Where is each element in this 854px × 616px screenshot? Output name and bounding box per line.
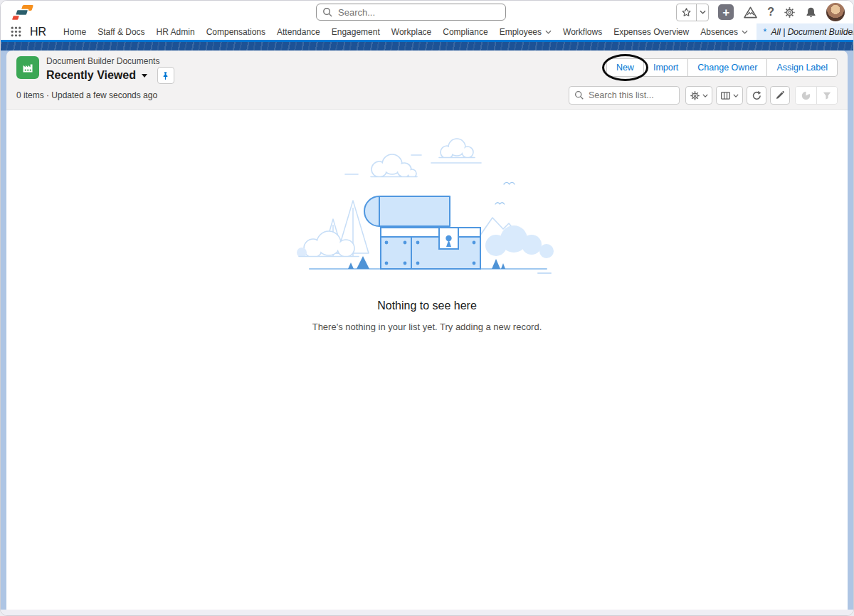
tab-label: Engagement bbox=[332, 27, 380, 37]
inline-edit-pencil-button[interactable] bbox=[770, 86, 790, 105]
list-view-caret-icon[interactable] bbox=[142, 74, 147, 78]
app-window: + ? bbox=[0, 0, 854, 616]
filter-icon-disabled bbox=[816, 87, 837, 104]
list-search bbox=[569, 86, 680, 105]
favorites-chevron-icon[interactable] bbox=[696, 4, 708, 21]
nav-tab-attendance[interactable]: Attendance bbox=[273, 23, 324, 40]
favorites-star-icon[interactable] bbox=[677, 4, 696, 21]
chevron-down-icon[interactable] bbox=[742, 30, 748, 34]
nav-tab-compliance[interactable]: Compliance bbox=[439, 23, 491, 40]
nav-tab-hr-admin[interactable]: HR Admin bbox=[153, 23, 199, 40]
header-actions: + ? bbox=[676, 3, 845, 21]
tab-label: Workplace bbox=[391, 27, 431, 37]
list-view-controls-gear-button[interactable] bbox=[685, 86, 712, 105]
tab-label: Staff & Docs bbox=[97, 27, 144, 37]
navigation-bar: HR Home Staff & Docs HR Admin Compensati… bbox=[1, 23, 853, 42]
assign-label-button[interactable]: Assign Label bbox=[766, 58, 838, 77]
nav-tab-workflows[interactable]: Workflows bbox=[559, 23, 606, 40]
empty-state-subtitle: There's nothing in your list yet. Try ad… bbox=[312, 322, 542, 332]
favorites-button-group[interactable] bbox=[676, 4, 709, 21]
global-search bbox=[316, 4, 506, 21]
refresh-button[interactable] bbox=[747, 86, 766, 105]
object-icon bbox=[16, 56, 39, 79]
header-titles: Document Builder Documents Recently View… bbox=[46, 56, 174, 84]
charts-icon-disabled bbox=[796, 87, 816, 104]
tab-label: Workflows bbox=[563, 27, 602, 37]
nav-tab-employees[interactable]: Employees bbox=[496, 23, 555, 40]
tab-label: HR Admin bbox=[157, 27, 195, 37]
app-name[interactable]: HR bbox=[30, 26, 46, 38]
import-button[interactable]: Import bbox=[643, 58, 688, 77]
nav-tab-compensations[interactable]: Compensations bbox=[203, 23, 269, 40]
empty-state-title: Nothing to see here bbox=[377, 299, 477, 312]
nav-tab-engagement[interactable]: Engagement bbox=[328, 23, 384, 40]
theme-banner bbox=[1, 42, 853, 51]
unsaved-indicator: * bbox=[763, 27, 766, 37]
notifications-bell-icon[interactable] bbox=[805, 6, 817, 18]
app-launcher-waffle-icon[interactable] bbox=[11, 26, 21, 37]
setup-gear-icon[interactable] bbox=[784, 6, 796, 18]
tab-label: Absences bbox=[700, 27, 738, 37]
quick-create-plus-icon[interactable]: + bbox=[718, 4, 734, 20]
pin-list-view-button[interactable] bbox=[157, 67, 174, 84]
list-view-header: Document Builder Documents Recently View… bbox=[6, 51, 848, 110]
tab-label: Attendance bbox=[277, 27, 320, 37]
tab-label: Compensations bbox=[206, 27, 265, 37]
nav-tab-staff-docs[interactable]: Staff & Docs bbox=[94, 23, 148, 40]
search-icon bbox=[322, 7, 333, 18]
change-owner-button[interactable]: Change Owner bbox=[687, 58, 767, 77]
display-as-table-button[interactable] bbox=[716, 86, 743, 105]
search-icon bbox=[574, 90, 584, 100]
nav-tab-absences[interactable]: Absences bbox=[697, 23, 752, 40]
help-icon[interactable]: ? bbox=[767, 6, 774, 18]
disabled-tools-group bbox=[795, 86, 838, 105]
guidance-trailhead-icon[interactable] bbox=[743, 6, 758, 19]
tab-label: Expenses Overview bbox=[613, 27, 689, 37]
list-body: Nothing to see here There's nothing in y… bbox=[6, 110, 848, 610]
list-view-name[interactable]: Recently Viewed bbox=[46, 69, 136, 82]
global-search-input[interactable] bbox=[316, 4, 506, 21]
list-meta-text: 0 items · Updated a few seconds ago bbox=[16, 90, 157, 100]
global-header: + ? bbox=[1, 1, 853, 23]
tab-label: Compliance bbox=[443, 27, 487, 37]
list-view-actions: New Import Change Owner Assign Label bbox=[606, 58, 838, 77]
empty-state-illustration bbox=[292, 134, 562, 282]
nav-tab-active-document-builder[interactable]: * All | Document Builder D... bbox=[757, 23, 853, 40]
window-bottom-strip bbox=[1, 610, 853, 615]
new-button[interactable]: New bbox=[606, 58, 644, 77]
page-background: Document Builder Documents Recently View… bbox=[1, 51, 853, 610]
chevron-down-icon[interactable] bbox=[545, 30, 552, 34]
list-search-input[interactable] bbox=[569, 86, 680, 105]
company-logo bbox=[9, 3, 38, 22]
user-avatar[interactable] bbox=[826, 3, 845, 21]
tab-label: Employees bbox=[500, 27, 542, 37]
list-toolbar bbox=[569, 86, 838, 105]
nav-tab-workplace[interactable]: Workplace bbox=[388, 23, 435, 40]
nav-tab-expenses-overview[interactable]: Expenses Overview bbox=[610, 23, 692, 40]
active-tab-label: All | Document Builder D... bbox=[771, 27, 853, 37]
entity-label: Document Builder Documents bbox=[46, 56, 174, 66]
nav-tab-home[interactable]: Home bbox=[60, 23, 90, 40]
tab-label: Home bbox=[63, 27, 86, 37]
